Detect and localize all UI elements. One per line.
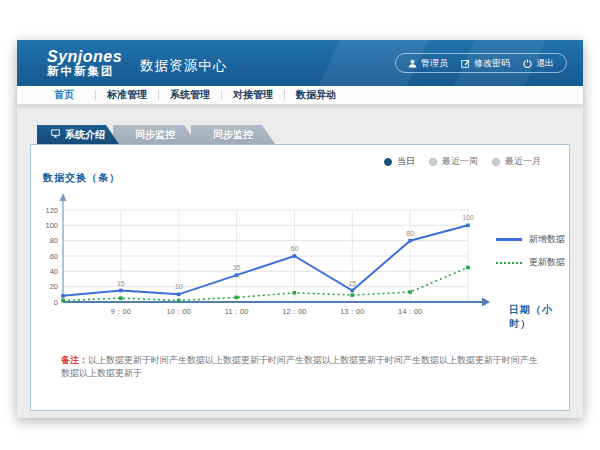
logo-text-cn: 新中新集团 [47, 65, 122, 77]
radio-label: 当日 [397, 155, 415, 168]
document-icon [51, 129, 60, 140]
line-chart: 0204060801001209：0010：0011：0012：0013：001… [39, 192, 549, 327]
current-user[interactable]: 管理员 [408, 57, 448, 70]
brand-logo: Synjones 新中新集团 [47, 49, 122, 78]
legend-line-dotted-icon [496, 262, 522, 264]
svg-text:100: 100 [462, 214, 474, 221]
nav-item-home[interactable]: 首页 [33, 88, 95, 102]
radio-last-week[interactable]: 最近一周 [429, 155, 478, 168]
svg-text:15: 15 [348, 280, 356, 287]
logout-label: 退出 [536, 57, 554, 70]
user-icon [408, 59, 417, 68]
browser-viewport: Synjones 新中新集团 数据资源中心 管理员 修改密码 [0, 0, 600, 450]
svg-text:60: 60 [50, 252, 58, 261]
tab-system-intro[interactable]: 系统介绍 [37, 125, 119, 144]
logo-text-en: Synjones [47, 49, 122, 66]
svg-text:100: 100 [45, 221, 58, 230]
change-password-button[interactable]: 修改密码 [461, 57, 510, 70]
tab-label: 同步监控 [135, 128, 175, 142]
current-user-label: 管理员 [421, 57, 448, 70]
power-icon [523, 59, 532, 68]
content-area: 系统介绍 同步监控 同步监控 当日 最近一周 [17, 105, 583, 418]
change-password-label: 修改密码 [474, 57, 510, 70]
chart-panel: 当日 最近一周 最近一月 数据交换（条） 0204060801001209：00… [30, 144, 570, 411]
app-header: Synjones 新中新集团 数据资源中心 管理员 修改密码 [17, 40, 583, 86]
nav-item-integration[interactable]: 对接管理 [222, 88, 284, 102]
radio-selected-icon [384, 158, 392, 166]
radio-last-month[interactable]: 最近一月 [492, 155, 541, 168]
main-nav: 首页 标准管理 系统管理 对接管理 数据异动 [17, 86, 583, 105]
footnote-text: 以上数据更新于时间产生数据以上数据更新于时间产生数据以上数据更新于时间产生数据以… [61, 355, 538, 378]
svg-text:13：00: 13：00 [340, 307, 364, 316]
legend-label: 更新数据 [529, 256, 565, 269]
tab-sync-monitor-2[interactable]: 同步监控 [191, 125, 275, 144]
x-axis-title: 日期（小时） [509, 303, 569, 331]
chart-legend: 新增数据 更新数据 [496, 233, 565, 269]
app-window: Synjones 新中新集团 数据资源中心 管理员 修改密码 [17, 40, 583, 418]
user-menu: 管理员 修改密码 退出 [395, 53, 567, 73]
svg-text:12：00: 12：00 [282, 307, 306, 316]
svg-text:60: 60 [291, 245, 299, 252]
svg-text:10: 10 [175, 283, 183, 290]
logout-button[interactable]: 退出 [523, 57, 554, 70]
svg-text:80: 80 [406, 230, 414, 237]
svg-text:40: 40 [50, 267, 58, 276]
nav-item-standards[interactable]: 标准管理 [96, 88, 158, 102]
svg-text:80: 80 [50, 236, 58, 245]
tab-label: 同步监控 [213, 128, 253, 142]
legend-label: 新增数据 [529, 233, 565, 246]
y-axis-title: 数据交换（条） [43, 171, 120, 185]
svg-text:15: 15 [117, 280, 125, 287]
tab-label: 系统介绍 [65, 128, 105, 142]
radio-today[interactable]: 当日 [384, 155, 415, 168]
footnote-prefix: 备注： [61, 355, 88, 365]
time-range-filter: 当日 最近一周 最近一月 [384, 155, 541, 168]
svg-text:9：00: 9：00 [111, 307, 131, 316]
page-title: 数据资源中心 [140, 57, 227, 75]
tab-sync-monitor-1[interactable]: 同步监控 [113, 125, 197, 144]
svg-text:120: 120 [45, 206, 58, 215]
legend-line-solid-icon [496, 238, 522, 241]
svg-text:14：00: 14：00 [398, 307, 422, 316]
footnote: 备注：以上数据更新于时间产生数据以上数据更新于时间产生数据以上数据更新于时间产生… [61, 354, 545, 379]
radio-unselected-icon [429, 158, 437, 166]
radio-label: 最近一周 [442, 155, 478, 168]
legend-item-updated-data: 更新数据 [496, 256, 565, 269]
edit-icon [461, 59, 470, 68]
legend-item-new-data: 新增数据 [496, 233, 565, 246]
svg-text:20: 20 [50, 282, 58, 291]
tab-bar: 系统介绍 同步监控 同步监控 [37, 125, 275, 144]
nav-item-system[interactable]: 系统管理 [159, 88, 221, 102]
svg-text:10：00: 10：00 [167, 307, 191, 316]
svg-text:0: 0 [54, 298, 58, 307]
svg-text:11：00: 11：00 [225, 307, 249, 316]
svg-text:35: 35 [233, 264, 241, 271]
nav-item-data-change[interactable]: 数据异动 [285, 88, 347, 102]
radio-label: 最近一月 [505, 155, 541, 168]
line-chart-svg: 0204060801001209：0010：0011：0012：0013：001… [39, 192, 549, 327]
radio-unselected-icon [492, 158, 500, 166]
